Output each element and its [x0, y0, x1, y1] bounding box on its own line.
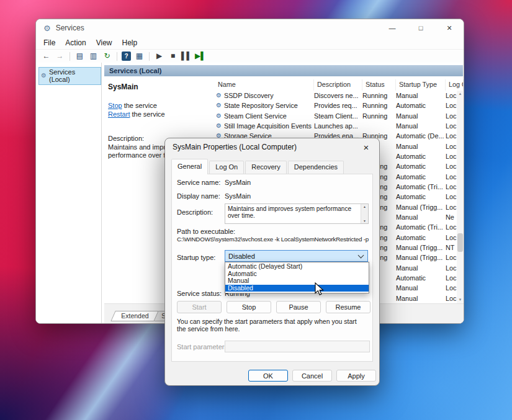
- view-tab-extended[interactable]: Extended: [110, 311, 159, 321]
- menu-help[interactable]: Help: [117, 37, 143, 48]
- dropdown-option-automatic[interactable]: Automatic: [225, 270, 369, 278]
- service-startup-cell: Automatic: [396, 102, 446, 109]
- refresh-icon[interactable]: ↻: [102, 51, 112, 61]
- service-logon-cell: Loc: [446, 143, 457, 150]
- stop-service-link[interactable]: Stop: [108, 102, 122, 109]
- service-status-cell: Running: [362, 92, 396, 99]
- service-startup-cell: Manual (Trigg...: [396, 254, 446, 261]
- back-icon[interactable]: ←: [41, 51, 52, 61]
- scrollbar-thumb[interactable]: [457, 233, 463, 252]
- service-startup-cell: Automatic (De...: [396, 132, 446, 140]
- service-row[interactable]: ⚙Still Image Acquisition EventsLaunches …: [215, 121, 457, 131]
- dialog-titlebar[interactable]: SysMain Properties (Local Computer) ×: [165, 138, 379, 156]
- service-logon-cell: Loc: [446, 203, 457, 211]
- column-header-status[interactable]: Status: [362, 79, 396, 91]
- startup-type-dropdown: Automatic (Delayed Start)AutomaticManual…: [225, 262, 369, 293]
- apply-button[interactable]: Apply: [336, 370, 376, 382]
- service-startup-cell: Automatic: [396, 193, 446, 200]
- cancel-button[interactable]: Cancel: [292, 370, 332, 382]
- service-logon-cell: NT: [446, 244, 457, 251]
- service-row[interactable]: ⚙SSDP DiscoveryDiscovers ne...RunningMan…: [215, 91, 457, 101]
- column-header-name[interactable]: Name: [215, 79, 314, 91]
- service-logon-cell: Ne: [446, 213, 457, 221]
- scroll-down-icon[interactable]: ▼: [363, 219, 366, 223]
- toolbar-separator: [70, 52, 70, 61]
- show-console-tree-icon[interactable]: ▤: [74, 51, 85, 61]
- combobox-value: Disabled: [228, 252, 255, 260]
- general-tab-page: Service name: SysMain Display name: SysM…: [171, 174, 373, 362]
- dropdown-option-automatic-delayed-start[interactable]: Automatic (Delayed Start): [225, 263, 369, 270]
- toolbar-separator: [149, 52, 150, 61]
- help-icon[interactable]: ?: [122, 51, 131, 61]
- startup-type-combobox[interactable]: Disabled: [225, 250, 368, 262]
- service-name-cell: ⚙SSDP Discovery: [215, 92, 314, 99]
- service-row[interactable]: ⚙State Repository ServiceProvides req...…: [215, 101, 457, 110]
- menu-view[interactable]: View: [91, 37, 117, 48]
- stop-service-icon[interactable]: ■: [168, 51, 178, 61]
- menu-action[interactable]: Action: [60, 37, 91, 48]
- start-parameters-label: Start parameters:: [177, 343, 230, 351]
- service-logon-cell: Loc: [446, 223, 457, 231]
- column-header-description[interactable]: Description: [314, 79, 362, 91]
- service-logon-cell: Loc: [446, 102, 457, 109]
- service-startup-cell: Manual: [396, 112, 446, 120]
- minimize-button[interactable]: —: [378, 19, 406, 37]
- view-list-icon[interactable]: ▦: [134, 51, 145, 61]
- service-logon-cell: Loc: [446, 274, 457, 282]
- service-logon-cell: Loc: [446, 163, 457, 170]
- chevron-down-icon: [358, 252, 364, 259]
- column-header-startup-type[interactable]: Startup Type: [396, 79, 446, 91]
- menu-file[interactable]: File: [38, 37, 60, 48]
- selected-service-title: SysMain: [108, 83, 215, 91]
- start-parameters-input[interactable]: [225, 341, 370, 352]
- tree-item-services-local[interactable]: ⚙ Services (Local): [38, 67, 101, 85]
- tab-general[interactable]: General: [171, 159, 208, 174]
- export-list-icon[interactable]: ▥: [88, 51, 99, 61]
- pause-service-icon[interactable]: ▌▌: [181, 51, 192, 61]
- result-pane-header: Services (Local): [104, 65, 463, 76]
- stop-button[interactable]: Stop: [227, 301, 271, 313]
- tree-item-label: Services (Local): [49, 68, 97, 83]
- service-name-cell: ⚙Steam Client Service: [215, 112, 314, 120]
- window-titlebar[interactable]: ⚙ Services — □ ×: [36, 19, 464, 37]
- ok-button[interactable]: OK: [248, 370, 288, 382]
- service-logon-cell: Loc: [446, 295, 457, 302]
- service-startup-cell: Manual: [396, 295, 446, 302]
- start-button[interactable]: Start: [177, 301, 222, 313]
- scroll-up-icon[interactable]: ▲: [457, 91, 464, 97]
- service-name-text: Steam Client Service: [224, 112, 287, 120]
- scroll-down-icon[interactable]: ▼: [457, 297, 464, 303]
- tab-recovery[interactable]: Recovery: [245, 161, 286, 174]
- restart-service-icon[interactable]: ▶▌: [195, 51, 206, 61]
- resume-button[interactable]: Resume: [326, 301, 371, 313]
- description-box[interactable]: Maintains and improves system performanc…: [225, 203, 369, 224]
- service-description-cell: Discovers ne...: [314, 92, 362, 99]
- vertical-scrollbar[interactable]: ▲ ▼: [457, 91, 464, 303]
- dropdown-option-disabled[interactable]: Disabled: [225, 285, 369, 292]
- pause-button[interactable]: Pause: [276, 301, 321, 313]
- forward-icon[interactable]: →: [55, 51, 65, 61]
- service-startup-cell: Manual: [396, 143, 446, 150]
- tab-dependencies[interactable]: Dependencies: [288, 161, 344, 174]
- dropdown-option-manual[interactable]: Manual: [225, 277, 369, 285]
- service-row[interactable]: ⚙Steam Client ServiceSteam Client...Runn…: [215, 111, 457, 121]
- service-logon-cell: Loc: [446, 234, 457, 241]
- restart-link-suffix: the service: [130, 110, 164, 118]
- column-header-log-on-as[interactable]: Log On As: [446, 79, 464, 91]
- services-app-icon: ⚙: [43, 24, 51, 32]
- scroll-up-icon[interactable]: ▲: [363, 205, 366, 208]
- service-startup-cell: Manual: [396, 284, 446, 292]
- dialog-close-button[interactable]: ×: [353, 138, 379, 156]
- service-gear-icon: ⚙: [216, 123, 222, 129]
- service-name-value: SysMain: [225, 179, 251, 186]
- service-startup-cell: Manual (Trigg...: [396, 203, 446, 211]
- description-scrollbar[interactable]: ▲ ▼: [361, 204, 368, 223]
- service-startup-cell: Manual: [396, 264, 446, 272]
- restart-service-link[interactable]: Restart: [108, 110, 130, 118]
- service-gear-icon: ⚙: [216, 102, 222, 109]
- tab-log-on[interactable]: Log On: [209, 161, 244, 174]
- service-status-cell: Running: [362, 102, 396, 109]
- start-service-icon[interactable]: ▶: [154, 51, 164, 61]
- close-button[interactable]: ×: [435, 19, 464, 37]
- maximize-button[interactable]: □: [406, 19, 435, 37]
